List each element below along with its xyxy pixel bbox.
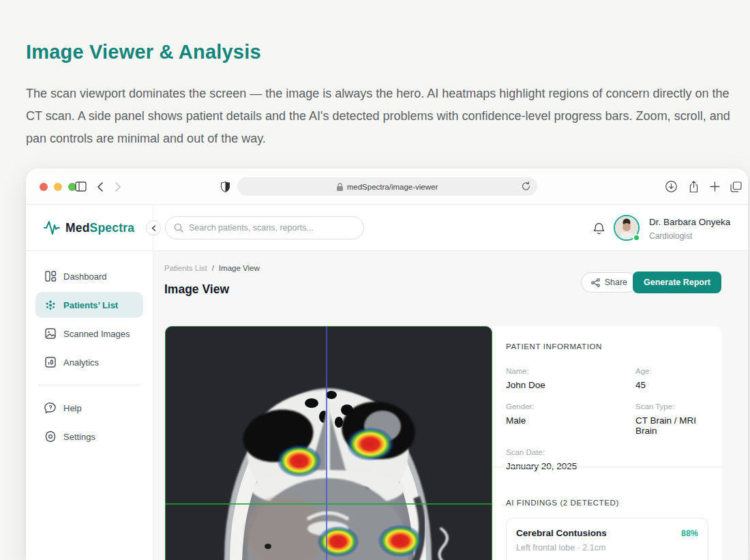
app-header: MedSpectra Dr. Barbara Onyeka Cardiologi… <box>26 205 748 251</box>
search-icon <box>174 223 183 233</box>
back-button[interactable] <box>97 168 103 205</box>
browser-window: medSpectra/image-viewer MedSpectra <box>26 168 748 560</box>
finding-confidence: 88% <box>681 529 698 538</box>
user-avatar[interactable] <box>614 215 640 241</box>
field-value: 45 <box>635 380 708 390</box>
intro-section: Image Viewer & Analysis The scan viewpor… <box>26 41 735 150</box>
field-label: Scan Date: <box>506 448 635 456</box>
downloads-icon[interactable] <box>665 168 677 205</box>
brand-name: MedSpectra <box>65 221 134 235</box>
ai-findings-title: AI FINDINGS (2 DETECTED) <box>506 499 708 507</box>
user-role: Cardiologist <box>649 231 692 241</box>
global-search[interactable] <box>165 216 364 239</box>
new-tab-icon[interactable] <box>710 168 720 205</box>
crosshair-vertical[interactable] <box>326 327 327 560</box>
dashboard-icon <box>44 270 57 282</box>
lock-icon <box>337 183 343 191</box>
patients-icon <box>44 299 57 311</box>
refresh-icon[interactable] <box>522 181 530 192</box>
patient-field-gender: Gender: Male <box>506 402 635 436</box>
sidebar-item-analytics[interactable]: Analytics <box>35 349 143 375</box>
sidebar: Dashboard Patients’ List Scanned Images … <box>26 251 153 560</box>
patient-info-title: PATIENT INFORMATION <box>506 342 708 351</box>
field-label: Age: <box>635 367 708 375</box>
sidebar-item-label: Analytics <box>63 357 99 368</box>
sidebar-item-label: Settings <box>63 432 95 442</box>
help-icon <box>44 402 57 414</box>
online-status-dot <box>633 234 640 241</box>
settings-icon <box>44 430 57 443</box>
breadcrumb-parent-link[interactable]: Patients List <box>164 264 207 272</box>
patient-field-name: Name: John Doe <box>506 367 635 390</box>
sidebar-item-scanned-images[interactable]: Scanned Images <box>35 321 143 347</box>
heatmap-blob <box>317 526 359 557</box>
main-content: Patients List / Image View Image View Sh… <box>153 251 748 560</box>
url-text: medSpectra/image-viewer <box>347 183 438 191</box>
tab-overview-icon[interactable] <box>730 168 742 205</box>
finding-name: Cerebral Contusions <box>516 528 607 538</box>
share-page-icon[interactable] <box>689 168 699 205</box>
privacy-shield-icon[interactable] <box>221 168 230 205</box>
breadcrumb-current: Image View <box>219 264 260 272</box>
viewer-row: PATIENT INFORMATION Name: John Doe Age: … <box>165 326 748 560</box>
scanned-images-icon <box>44 327 57 340</box>
sidebar-item-dashboard[interactable]: Dashboard <box>35 263 143 289</box>
traffic-lights <box>40 183 76 191</box>
sidebar-item-help[interactable]: Help <box>35 395 143 421</box>
field-value: Male <box>506 415 635 426</box>
close-window-button[interactable] <box>40 183 48 191</box>
crosshair-horizontal[interactable] <box>166 503 492 505</box>
sidebar-item-label: Help <box>63 403 82 413</box>
sidebar-toggle-icon[interactable] <box>75 168 87 205</box>
sidebar-collapse-button[interactable] <box>146 220 161 235</box>
page-description: The scan viewport dominates the screen —… <box>26 83 735 150</box>
heatmap-blob <box>346 427 394 461</box>
finding-card-cerebral-contusions[interactable]: Cerebral Contusions 88% Left frontal lob… <box>506 518 708 560</box>
ct-scan-image <box>166 327 492 560</box>
generate-report-button[interactable]: Generate Report <box>633 271 721 293</box>
panel-divider <box>492 467 722 467</box>
browser-chrome: medSpectra/image-viewer <box>26 168 748 205</box>
brand-logo[interactable]: MedSpectra <box>26 205 153 251</box>
share-button-label: Share <box>605 278 627 287</box>
analytics-icon <box>44 356 57 368</box>
sidebar-item-label: Dashboard <box>63 271 107 282</box>
field-value: CT Brain / MRI Brain <box>635 415 708 436</box>
heatmap-blob <box>277 445 322 477</box>
search-input[interactable] <box>189 223 355 233</box>
forward-button[interactable] <box>115 168 121 205</box>
field-label: Name: <box>506 367 635 375</box>
patient-field-scan-type: Scan Type: CT Brain / MRI Brain <box>635 402 708 436</box>
heatmap-blob <box>378 525 423 557</box>
waveform-logo-icon <box>44 220 60 235</box>
sidebar-item-label: Patients’ List <box>63 300 118 310</box>
share-button[interactable]: Share <box>581 272 638 293</box>
breadcrumb: Patients List / Image View <box>164 264 260 272</box>
sidebar-item-settings[interactable]: Settings <box>35 424 143 450</box>
page-heading: Image Viewer & Analysis <box>26 41 735 63</box>
page-title: Image View <box>164 282 229 297</box>
patient-field-age: Age: 45 <box>635 367 708 390</box>
sidebar-item-label: Scanned Images <box>63 329 130 339</box>
notifications-bell-icon[interactable] <box>593 222 605 238</box>
url-bar[interactable]: medSpectra/image-viewer <box>237 177 537 196</box>
patient-panel: PATIENT INFORMATION Name: John Doe Age: … <box>492 326 722 560</box>
field-label: Gender: <box>506 402 635 411</box>
finding-detail: Left frontal lobe · 2.1cm <box>516 543 698 552</box>
field-value: John Doe <box>506 380 635 390</box>
ct-scan-viewport[interactable] <box>165 326 492 560</box>
sidebar-item-patients-list[interactable]: Patients’ List <box>35 292 143 318</box>
minimize-window-button[interactable] <box>54 183 62 191</box>
field-label: Scan Type: <box>635 402 708 411</box>
patient-field-scan-date: Scan Date: January 20, 2025 <box>506 448 635 471</box>
generate-report-label: Generate Report <box>644 278 710 287</box>
user-name: Dr. Barbara Onyeka <box>649 217 730 227</box>
breadcrumb-separator: / <box>212 264 214 272</box>
sidebar-divider <box>38 385 140 385</box>
share-nodes-icon <box>591 278 600 287</box>
patient-fields: Name: John Doe Age: 45 Gender: Male Sc <box>506 367 708 471</box>
